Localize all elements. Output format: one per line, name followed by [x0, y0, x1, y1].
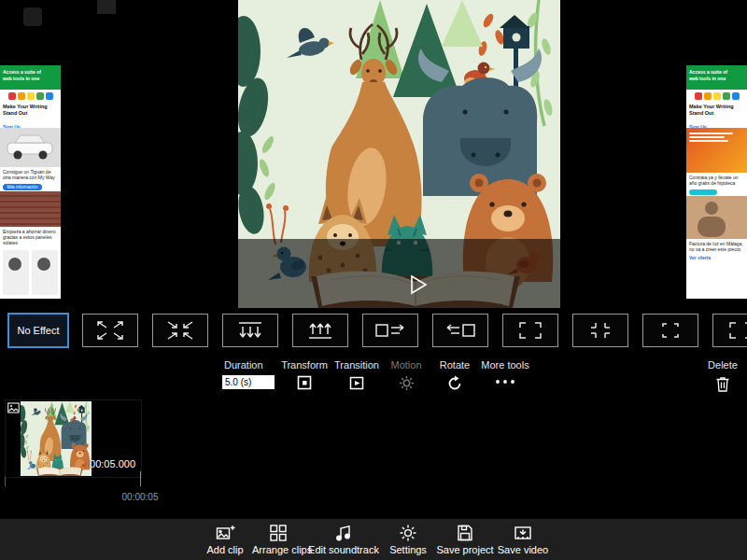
edit-soundtrack-label: Edit soundtrack — [308, 544, 379, 555]
pan-right-box-icon — [372, 319, 409, 342]
ad-banner-line2: web tools in one — [689, 76, 744, 82]
motion-label: Motion — [383, 359, 430, 371]
save-video-button[interactable]: Save video — [497, 524, 549, 555]
ad-writing-title: Make Your Writing Stand Out — [689, 104, 744, 116]
effect-thumb-4[interactable] — [292, 314, 348, 347]
ruler-time-label: 00:00:05 — [118, 492, 162, 502]
play-button[interactable] — [410, 274, 429, 295]
ad-banner-line2: web tools in one — [3, 76, 58, 82]
zoom-out-arrows-icon — [162, 319, 199, 342]
transition-button[interactable]: Transition — [329, 359, 385, 391]
ad-column-left[interactable]: Access a suite of web tools in one Make … — [0, 65, 61, 299]
motion-button: Motion — [383, 359, 430, 391]
clip-thumbnail — [21, 401, 92, 476]
motion-gear-icon — [399, 375, 415, 391]
ellipsis-icon — [494, 375, 516, 388]
ad-mortgage-image[interactable] — [686, 128, 747, 173]
export-video-icon — [514, 524, 532, 542]
pan-up-arrows-icon — [302, 319, 339, 342]
add-clip-label: Add clip — [196, 544, 254, 555]
transform-button[interactable]: Transform — [277, 359, 331, 391]
timeline-clip[interactable]: 00:05.000 — [5, 399, 142, 478]
ad-writing-block[interactable]: Make Your Writing Stand Out Sign Up — [0, 102, 61, 128]
effect-thumb-9[interactable] — [642, 314, 698, 347]
effect-thumb-8[interactable] — [572, 314, 628, 347]
app-icon-orange — [704, 92, 712, 100]
rotate-button[interactable]: Rotate — [431, 359, 478, 392]
ad-product-photo — [32, 250, 58, 295]
music-note-icon — [334, 524, 353, 542]
effect-thumb-7[interactable] — [502, 314, 558, 347]
corner-brackets-icon — [652, 319, 689, 342]
rotate-label: Rotate — [431, 359, 478, 371]
ruler-tick — [5, 477, 6, 486]
pan-down-arrows-icon — [232, 319, 269, 342]
settings-button[interactable]: Settings — [383, 524, 433, 555]
pan-left-box-icon — [442, 319, 479, 342]
app-icon-green — [723, 92, 730, 100]
more-tools-label: More tools — [476, 359, 534, 371]
save-project-button[interactable]: Save project — [435, 524, 495, 555]
settings-label: Settings — [383, 544, 433, 555]
duration-label: Duration — [224, 359, 263, 371]
ad-bills-text: Factura de luz en Málaga, no va a creer … — [686, 239, 747, 255]
window-icon — [97, 0, 116, 14]
trash-icon — [714, 375, 731, 393]
transform-icon — [297, 375, 313, 391]
ad-car-cta[interactable]: Más información — [3, 184, 42, 190]
app-icon-green — [36, 92, 44, 100]
corner-brackets-icon — [722, 319, 747, 342]
effect-thumb-5[interactable] — [362, 314, 418, 347]
ad-writing-title: Make Your Writing Stand Out — [3, 104, 58, 116]
edit-soundtrack-button[interactable]: Edit soundtrack — [308, 524, 379, 555]
more-tools-button[interactable]: More tools — [476, 359, 534, 388]
gear-icon — [399, 524, 417, 542]
effect-thumb-3[interactable] — [222, 314, 278, 347]
ad-mortgage-cta[interactable] — [689, 189, 717, 195]
rotate-icon — [446, 375, 463, 392]
arrange-clips-label: Arrange clips — [252, 544, 304, 555]
ad-app-icons — [686, 90, 747, 102]
corners-out-brackets-icon — [512, 319, 549, 342]
ad-product-images[interactable] — [0, 247, 61, 298]
app-icon-orange — [18, 92, 25, 100]
ad-writing-block[interactable]: Make Your Writing Stand Out Sign Up — [686, 102, 747, 128]
delete-button[interactable]: Delete — [698, 359, 747, 393]
playhead-tick[interactable] — [140, 471, 141, 486]
app-icon-blue — [46, 92, 53, 100]
delete-label: Delete — [698, 359, 747, 371]
save-video-label: Save video — [497, 544, 549, 555]
effect-thumb-10[interactable] — [712, 314, 747, 347]
effect-thumb-2[interactable] — [152, 314, 208, 347]
effect-thumb-1[interactable] — [82, 314, 138, 347]
preview-dark-overlay — [238, 239, 560, 308]
video-editor-window: Access a suite of web tools in one Make … — [0, 0, 747, 560]
duration-input[interactable] — [222, 375, 275, 389]
clip-duration-label: 00:05.000 — [90, 458, 135, 469]
ad-bills-cta[interactable]: Ver oferta — [686, 254, 747, 261]
ad-roof-image[interactable] — [0, 191, 61, 227]
ad-banner-green[interactable]: Access a suite of web tools in one — [686, 65, 747, 90]
transition-icon — [349, 375, 365, 391]
ad-app-icons — [0, 90, 61, 102]
ad-car-image[interactable] — [0, 128, 61, 167]
image-badge-icon — [7, 402, 20, 413]
save-project-label: Save project — [435, 544, 495, 555]
ad-solar-text: Empieza a ahorrar dinero gracias a estos… — [0, 227, 61, 248]
ad-column-right[interactable]: Access a suite of web tools in one Make … — [686, 65, 747, 299]
ad-banner-green[interactable]: Access a suite of web tools in one — [0, 65, 61, 90]
effect-thumb-6[interactable] — [432, 314, 488, 347]
ad-product-photo — [3, 250, 29, 295]
app-icon-yellow — [27, 92, 35, 100]
no-effect-button[interactable]: No Effect — [7, 313, 69, 348]
ad-person-image[interactable] — [686, 196, 747, 239]
ad-mortgage-text: Contrata ya y llévate un año gratis de h… — [686, 173, 747, 189]
app-icon-yellow — [713, 92, 721, 100]
app-icon-red — [8, 92, 16, 100]
app-icon-red — [695, 92, 702, 100]
add-clip-icon — [216, 524, 235, 542]
arrange-clips-button[interactable]: Arrange clips — [252, 524, 304, 555]
timeline: 00:05.000 00:00:05 — [0, 397, 747, 519]
window-icon — [23, 7, 42, 26]
add-clip-button[interactable]: Add clip — [196, 524, 254, 555]
